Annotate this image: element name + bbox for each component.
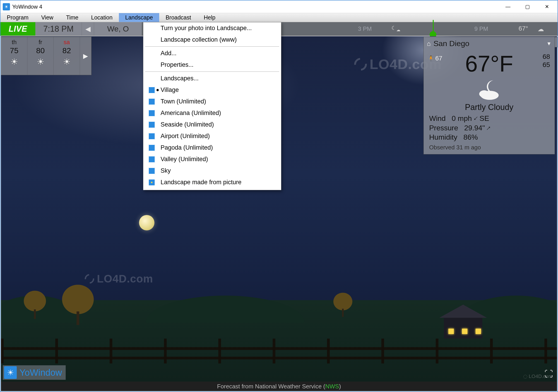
dropdown-item-from-picture[interactable]: Landscape made from picture (143, 177, 281, 188)
add-location-button[interactable]: + (555, 37, 558, 47)
condition-icon (424, 78, 555, 102)
window-controls: — ▢ ✕ (498, 1, 557, 13)
wind-value: 0 mph (452, 114, 472, 122)
status-nws[interactable]: NWS (325, 383, 339, 390)
house (435, 305, 489, 339)
minimize-button[interactable]: — (498, 1, 518, 13)
brand-name: YoWindow (19, 367, 62, 378)
weather-details: Wind 0 mph ↑ SE Pressure 29.94" ↑ Humidi… (424, 112, 555, 142)
fence (1, 339, 557, 364)
forecast-strip: th 75 ☀ fr 80 ☀ sa 82 ☀ ▶ (1, 37, 91, 75)
wind-direction: SE (480, 114, 489, 122)
location-name: San Diego (434, 39, 470, 48)
condition-text: Partly Cloudy (424, 102, 555, 112)
location-header[interactable]: ⌂ San Diego ▼ (424, 38, 555, 49)
person-icon: 🧍 (428, 55, 434, 61)
forecast-next-button[interactable]: ▶ (80, 37, 91, 75)
observed-time: Observed 31 m ago (424, 144, 555, 151)
menubar: Program View Time Location Landscape Bro… (0, 13, 558, 22)
current-time[interactable]: 7:18 PM (35, 22, 81, 35)
window-title: YoWindow 4 (12, 4, 498, 10)
forecast-day[interactable]: th 75 ☀ (1, 37, 27, 75)
dropdown-item-seaside[interactable]: Seaside (Unlimited) (143, 119, 281, 130)
forecast-day-temp: 80 (36, 46, 45, 55)
forecast-day-label: sa (64, 39, 70, 46)
dropdown-item-americana[interactable]: Americana (Unlimited) (143, 107, 281, 119)
moon (139, 215, 155, 230)
menu-view[interactable]: View (35, 13, 60, 22)
humidity-value: 86% (463, 133, 478, 141)
cloud-icon: ☁ (538, 25, 544, 33)
current-date[interactable]: We, O (94, 22, 142, 35)
dropdown-item-turn-photo[interactable]: Turn your photo into Landscape... (143, 22, 281, 34)
statusbar: Forecast from National Weather Service (… (1, 382, 557, 391)
chevron-down-icon[interactable]: ▼ (546, 41, 551, 47)
tree (333, 292, 352, 317)
sun-cloud-icon: ☀ (10, 57, 18, 67)
dropdown-item-town[interactable]: Town (Unlimited) (143, 96, 281, 107)
dropdown-item-properties[interactable]: Properties... (143, 59, 281, 71)
low-temp: 65 (543, 61, 550, 69)
tree (62, 284, 94, 325)
titlebar: ☀ YoWindow 4 — ▢ ✕ (0, 0, 558, 13)
current-temperature: 67°F (464, 51, 514, 77)
timeline-temp: 67° (519, 25, 528, 32)
forecast-day-temp: 82 (62, 46, 71, 55)
svg-point-1 (479, 90, 489, 98)
pressure-label: Pressure (429, 124, 458, 132)
sun-cloud-icon: ☀ (63, 57, 71, 67)
menu-help[interactable]: Help (198, 13, 222, 22)
app-icon: ☀ (3, 3, 10, 10)
close-button[interactable]: ✕ (537, 1, 557, 13)
brand-badge[interactable]: ☀ YoWindow (3, 365, 66, 380)
menu-location[interactable]: Location (85, 13, 119, 22)
dropdown-item-sky[interactable]: Sky (143, 165, 281, 177)
dropdown-item-pagoda[interactable]: Pagoda (Unlimited) (143, 142, 281, 153)
fullscreen-button[interactable]: ⛶ (544, 369, 553, 379)
forecast-day[interactable]: fr 80 ☀ (27, 37, 54, 75)
weather-panel: + ⌂ San Diego ▼ 🧍 67 67°F 68 65 Partly C… (423, 37, 555, 154)
forecast-day[interactable]: sa 82 ☀ (54, 37, 80, 75)
sun-cloud-icon: ☀ (37, 57, 44, 67)
status-text-prefix: Forecast from National Weather Service ( (217, 383, 325, 390)
humidity-label: Humidity (429, 133, 457, 141)
dropdown-separator (145, 46, 279, 47)
dropdown-item-collection[interactable]: Landscape collection (www) (143, 34, 281, 45)
home-icon: ⌂ (427, 40, 431, 47)
pressure-trend-icon: ↑ (484, 123, 493, 133)
forecast-day-label: th (12, 39, 17, 46)
dropdown-item-landscapes[interactable]: Landscapes... (143, 73, 281, 84)
forecast-day-temp: 75 (10, 46, 18, 55)
moon-icon: ☾☁ (391, 25, 400, 31)
forecast-day-label: fr (39, 39, 42, 46)
prev-day-button[interactable]: ◀ (81, 22, 94, 35)
status-text-suffix: ) (339, 383, 341, 390)
menu-broadcast[interactable]: Broadcast (159, 13, 198, 22)
menu-program[interactable]: Program (0, 13, 35, 22)
menu-time[interactable]: Time (60, 13, 85, 22)
landscape-dropdown: Turn your photo into Landscape... Landsc… (143, 22, 281, 190)
high-low: 68 65 (543, 52, 550, 69)
tree (24, 290, 46, 319)
brand-logo-icon: ☀ (4, 366, 17, 379)
menu-landscape[interactable]: Landscape (119, 13, 159, 22)
feels-like: 🧍 67 (428, 55, 442, 62)
high-temp: 68 (543, 52, 550, 61)
wind-label: Wind (429, 114, 446, 122)
pressure-value: 29.94" (464, 124, 485, 132)
watermark: LO4D.com (85, 273, 153, 285)
dropdown-item-airport[interactable]: Airport (Unlimited) (143, 130, 281, 142)
dropdown-item-add[interactable]: Add... (143, 48, 281, 59)
wind-arrow-icon: ↑ (471, 114, 480, 123)
dropdown-item-valley[interactable]: Valley (Unlimited) (143, 153, 281, 165)
timeline-label: 3 PM (358, 25, 372, 32)
dropdown-item-village[interactable]: Village (143, 84, 281, 96)
dropdown-separator (145, 71, 279, 72)
maximize-button[interactable]: ▢ (518, 1, 537, 13)
timeline-label: 9 PM (474, 25, 488, 32)
live-badge[interactable]: LIVE (0, 22, 35, 35)
